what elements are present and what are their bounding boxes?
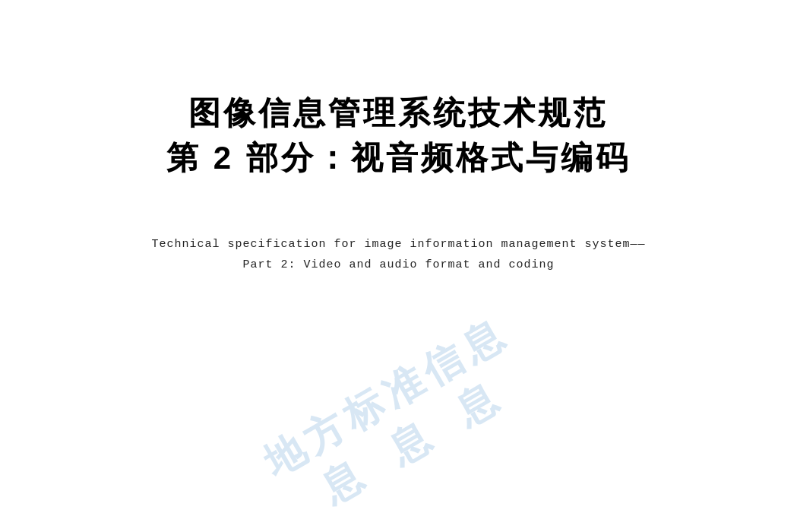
main-title-line1: 图像信息管理系统技术规范	[166, 91, 631, 136]
main-title-line2: 第 2 部分：视音频格式与编码	[166, 136, 631, 181]
subtitle-section: Technical specification for image inform…	[151, 234, 645, 275]
watermark-line2: 息 息 息	[280, 351, 543, 532]
watermark: 地方标准信息 息 息 息	[255, 307, 542, 532]
subtitle-line1: Technical specification for image inform…	[151, 234, 645, 255]
subtitle-line2: Part 2: Video and audio format and codin…	[151, 255, 645, 275]
page-container: 图像信息管理系统技术规范 第 2 部分：视音频格式与编码 Technical s…	[0, 0, 797, 532]
title-section: 图像信息管理系统技术规范 第 2 部分：视音频格式与编码	[166, 91, 631, 181]
watermark-line1: 地方标准信息	[255, 307, 517, 489]
